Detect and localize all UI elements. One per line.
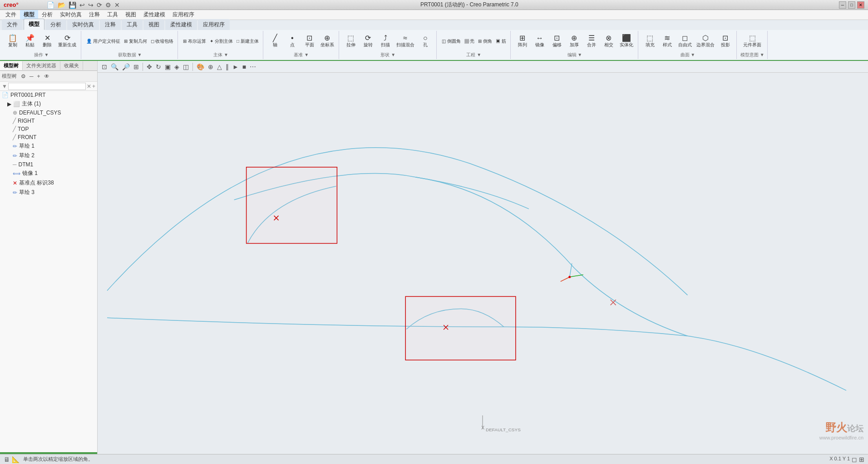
tree-item-sketch2[interactable]: ✏ 草绘 2 [0, 151, 97, 160]
vt-zoom-fit[interactable]: ⊡ [100, 62, 108, 71]
minimize-button[interactable]: ─ [839, 1, 846, 9]
btn-boundary[interactable]: ⬡边界混合 [695, 34, 716, 49]
vt-rotate[interactable]: ↻ [154, 62, 163, 71]
tree-btn-expand[interactable]: + [36, 73, 42, 80]
tree-item-mirror1[interactable]: ⟺ 镜像 1 [0, 169, 97, 178]
ribbon-tab-6[interactable]: 视图 [143, 19, 164, 30]
btn-freestyle[interactable]: ◻自由式 [676, 34, 694, 49]
btn-pattern[interactable]: ⊞阵列 [514, 34, 531, 49]
qa-settings[interactable]: ⚙ [104, 1, 112, 9]
filter-add[interactable]: + [92, 83, 95, 90]
tree-btn-collapse[interactable]: ─ [28, 73, 35, 80]
panel-tab-modeltree[interactable]: 模型树 [0, 61, 23, 70]
vt-more[interactable]: ⋯ [248, 62, 257, 71]
btn-shrink[interactable]: ◻ 收缩包络 [149, 38, 175, 45]
qa-save[interactable]: 💾 [68, 1, 77, 9]
btn-sweep[interactable]: ⤴扫描 [377, 34, 394, 49]
btn-style[interactable]: ≋样式 [659, 34, 676, 49]
tree-item-sketch1[interactable]: ✏ 草绘 1 [0, 141, 97, 151]
btn-plane[interactable]: ⊡平面 [301, 34, 318, 49]
btn-paste[interactable]: 📌粘贴 [22, 34, 38, 49]
ribbon-tab-1[interactable]: 模型 [24, 19, 44, 30]
tree-item-prt0001[interactable]: 📄 PRT0001.PRT [0, 91, 97, 99]
vt-display1[interactable]: ⊕ [207, 62, 215, 71]
panel-tab-favorites[interactable]: 收藏夹 [60, 61, 83, 70]
btn-mirror[interactable]: ↔镜像 [532, 34, 548, 49]
btn-axis[interactable]: ╱轴 [267, 34, 283, 49]
btn-delete[interactable]: ✕删除 [39, 34, 55, 49]
menu-item-2[interactable]: 分析 [38, 10, 56, 20]
tree-item-front[interactable]: ╱ FRONT [0, 133, 97, 141]
btn-newbody[interactable]: □ 新建主体 [235, 38, 260, 45]
btn-boolean[interactable]: ⊞ 布尔运算 [182, 38, 207, 45]
vt-display3[interactable]: ‖ [224, 62, 230, 71]
btn-thicken[interactable]: ⊕加厚 [566, 34, 582, 49]
vt-frame[interactable]: ▣ [163, 62, 172, 71]
restore-button[interactable]: □ [848, 1, 855, 9]
btn-chamfer[interactable]: ⊞ 倒角 [477, 38, 493, 45]
btn-component-iface[interactable]: ⬚元件界面 [741, 34, 763, 49]
ribbon-tab-5[interactable]: 工具 [122, 19, 143, 30]
btn-copy[interactable]: 📋复制 [5, 34, 21, 49]
vt-zoom-in[interactable]: 🔍 [109, 62, 120, 71]
tree-item-top[interactable]: ╱ TOP [0, 125, 97, 133]
vt-display2[interactable]: △ [216, 62, 223, 71]
btn-hole[interactable]: ○孔 [417, 34, 434, 49]
panel-tab-filebrowser[interactable]: 文件夹浏览器 [23, 61, 60, 70]
btn-rib[interactable]: ▣ 筋 [494, 38, 508, 45]
btn-round[interactable]: ◫ 倒圆角 [440, 38, 462, 45]
btn-shell[interactable]: ▦ 壳 [463, 38, 476, 45]
ribbon-tab-8[interactable]: 应用程序 [198, 19, 230, 30]
tree-item-right[interactable]: ╱ RIGHT [0, 117, 97, 125]
btn-regen[interactable]: ⟳重新生成 [56, 34, 78, 49]
btn-offset[interactable]: ⊡偏移 [549, 34, 565, 49]
menu-item-8[interactable]: 应用程序 [169, 10, 198, 20]
ribbon-tab-4[interactable]: 注释 [100, 19, 121, 30]
btn-merge[interactable]: ☰合并 [583, 34, 600, 49]
status-icon-right2[interactable]: ⊞ [859, 456, 864, 463]
qa-close[interactable]: ✕ [113, 1, 121, 9]
tree-item-basepoint[interactable]: ✕ 基准点 标识38 [0, 178, 97, 188]
menu-item-1[interactable]: 模型 [20, 10, 38, 20]
ribbon-tab-0[interactable]: 文件 [2, 19, 23, 30]
tree-item-body[interactable]: ▶ ⬜ 主体 (1) [0, 99, 97, 109]
ribbon-tab-3[interactable]: 实时仿真 [67, 19, 99, 30]
tree-item-sketch3[interactable]: ✏ 草绘 3 [0, 188, 97, 197]
btn-solidify[interactable]: ⬛实体化 [618, 34, 635, 49]
status-icon-measure[interactable]: 📐 [12, 456, 20, 463]
btn-point[interactable]: •点 [284, 34, 301, 49]
vt-stop[interactable]: ■ [241, 62, 247, 71]
btn-blend[interactable]: ≈扫描混合 [395, 34, 416, 49]
btn-csys[interactable]: ⊕坐标系 [319, 34, 336, 49]
btn-intersect[interactable]: ⊗相交 [601, 34, 617, 49]
tree-btn-preview[interactable]: 👁 [43, 73, 51, 80]
tree-item-dtm1[interactable]: ─ DTM1 [0, 160, 97, 169]
qa-redo[interactable]: ↪ [87, 1, 94, 9]
btn-revolve[interactable]: ⟳旋转 [360, 34, 376, 49]
vt-play[interactable]: ► [231, 62, 240, 71]
menu-item-5[interactable]: 工具 [104, 10, 122, 20]
qa-undo[interactable]: ↩ [79, 1, 86, 9]
qa-new[interactable]: 📄 [46, 1, 55, 9]
vt-shade[interactable]: ◈ [173, 62, 181, 71]
btn-copy-geo[interactable]: ⊞ 复制几何 [123, 38, 148, 45]
vt-zoom-out[interactable]: 🔎 [121, 62, 131, 71]
btn-fill[interactable]: ⬚填充 [642, 34, 658, 49]
tree-filter-input[interactable] [8, 83, 86, 90]
status-icon-right1[interactable]: ◻ [852, 456, 857, 463]
qa-regen[interactable]: ⟳ [96, 1, 103, 9]
qa-open[interactable]: 📂 [57, 1, 66, 9]
vt-pan[interactable]: ✥ [145, 62, 153, 71]
tree-item-default-csys[interactable]: ⊕ DEFAULT_CSYS [0, 109, 97, 117]
ribbon-tab-2[interactable]: 分析 [45, 19, 66, 30]
status-icon-screen[interactable]: 🖥 [4, 456, 10, 463]
btn-split[interactable]: ✦ 分割主体 [208, 38, 234, 45]
menu-item-7[interactable]: 柔性建模 [140, 10, 169, 20]
btn-extrude[interactable]: ⬚拉伸 [343, 34, 359, 49]
close-button[interactable]: ✕ [857, 1, 864, 9]
vt-zoom-box[interactable]: ⊞ [132, 62, 140, 71]
filter-clear[interactable]: ✕ [87, 83, 91, 90]
btn-project[interactable]: ⊡投影 [717, 34, 734, 49]
vt-appearance[interactable]: 🎨 [195, 62, 206, 71]
vt-wire[interactable]: ◫ [182, 62, 190, 71]
